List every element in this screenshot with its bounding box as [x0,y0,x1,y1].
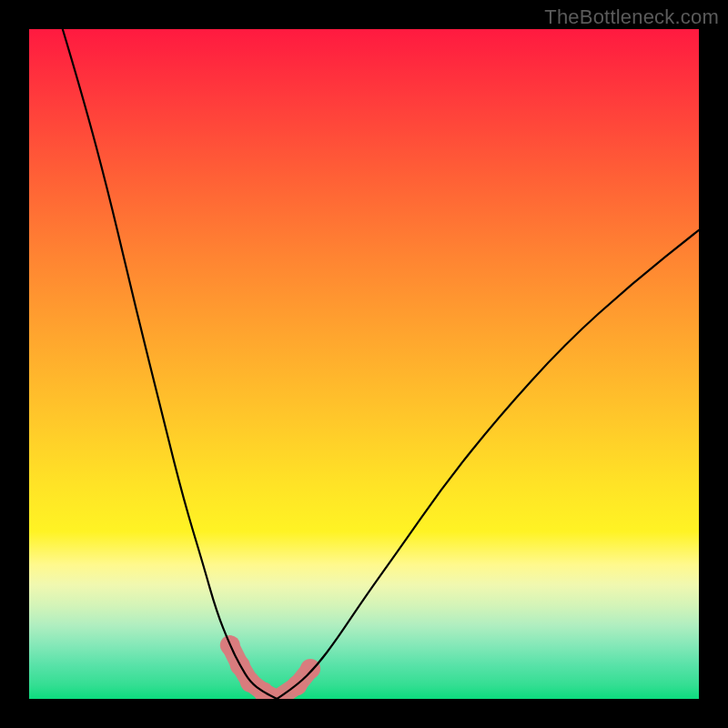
chart-frame: TheBottleneck.com [0,0,728,728]
watermark-text: TheBottleneck.com [544,5,719,29]
right-curve [277,230,699,699]
curve-layer [29,29,699,699]
left-curve [63,29,277,699]
highlight-dot [300,659,320,679]
highlight-markers [220,635,320,699]
plot-area [29,29,699,699]
